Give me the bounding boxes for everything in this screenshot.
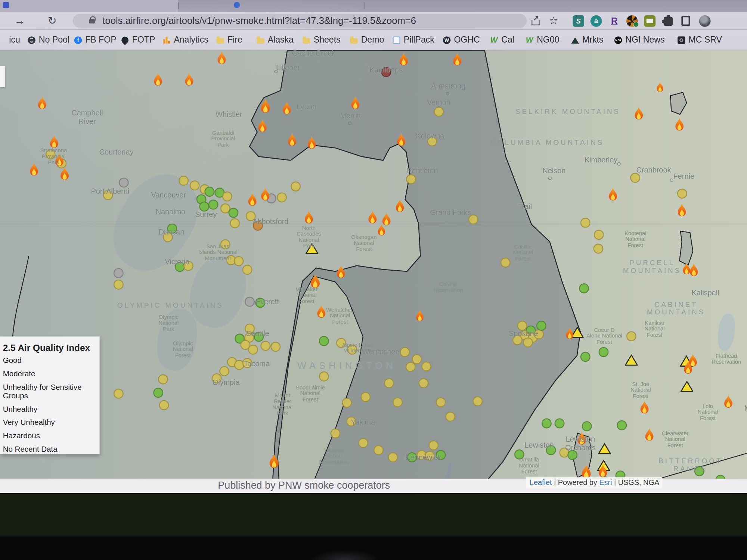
aqi-monitor-dot[interactable]	[514, 449, 524, 460]
bookmark-item[interactable]: FOTP	[121, 29, 155, 50]
aqi-monitor-dot[interactable]	[579, 283, 589, 293]
fire-marker[interactable]	[315, 304, 328, 320]
aqi-monitor-dot[interactable]	[245, 297, 255, 307]
aqi-monitor-dot[interactable]	[406, 362, 416, 372]
browser-tab-strip[interactable]	[0, 0, 747, 12]
aqi-monitor-dot[interactable]	[153, 388, 163, 398]
aqi-monitor-dot[interactable]	[208, 200, 218, 210]
aqi-monitor-dot[interactable]	[204, 187, 214, 197]
aqi-monitor-dot[interactable]	[222, 192, 232, 202]
aqi-monitor-dot[interactable]	[114, 389, 124, 399]
bookmark-item[interactable]: NG00	[526, 29, 560, 50]
fire-marker[interactable]	[394, 199, 406, 214]
fire-marker[interactable]	[607, 187, 619, 202]
aqi-monitor-dot[interactable]	[230, 218, 240, 228]
fire-marker[interactable]	[152, 72, 164, 87]
attribution-text[interactable]: Esri	[599, 478, 612, 486]
bookmark-item[interactable]: PillPack	[393, 29, 434, 50]
bookmark-item[interactable]: MC SRV	[678, 29, 722, 50]
aqi-monitor-dot[interactable]	[381, 67, 391, 77]
fire-marker[interactable]	[349, 96, 362, 111]
aqi-monitor-dot[interactable]	[677, 189, 687, 199]
aqi-monitor-dot[interactable]	[119, 178, 129, 188]
aqi-monitor-dot[interactable]	[242, 358, 252, 368]
smoke-polygon[interactable]	[679, 231, 693, 265]
aqi-monitor-dot[interactable]	[436, 450, 446, 460]
aqi-monitor-dot[interactable]	[626, 331, 636, 341]
active-tab[interactable]	[0, 0, 178, 12]
fire-marker[interactable]	[451, 52, 464, 67]
aqi-monitor-dot[interactable]	[567, 450, 577, 460]
aqi-monitor-dot[interactable]	[277, 192, 287, 202]
bookmark-item[interactable]: Demo	[350, 29, 384, 50]
fire-marker[interactable]	[676, 203, 688, 218]
ext-a-icon[interactable]	[591, 15, 602, 27]
ext-s-icon[interactable]	[573, 15, 584, 27]
fire-marker[interactable]	[28, 162, 40, 177]
bookmark-item[interactable]: Analytics	[163, 29, 208, 50]
aqi-monitor-dot[interactable]	[331, 428, 341, 438]
aqi-monitor-dot[interactable]	[500, 258, 511, 268]
aqi-monitor-dot[interactable]	[419, 378, 429, 388]
bookmark-item[interactable]: Alaska	[257, 29, 294, 50]
aqi-monitor-dot[interactable]	[254, 332, 264, 342]
fire-marker[interactable]	[258, 98, 272, 115]
aqi-monitor-dot[interactable]	[599, 347, 609, 357]
aqi-monitor-dot[interactable]	[163, 232, 173, 242]
fire-marker[interactable]	[633, 106, 645, 121]
aqi-monitor-dot[interactable]	[694, 466, 704, 476]
aqi-monitor-dot[interactable]	[421, 361, 431, 371]
bookmark-item[interactable]: No Pool	[28, 29, 69, 50]
warning-triangle-marker[interactable]	[598, 443, 611, 455]
fire-marker[interactable]	[395, 133, 407, 148]
aqi-monitor-dot[interactable]	[346, 416, 356, 426]
aqi-monitor-dot[interactable]	[220, 239, 230, 249]
aqi-monitor-dot[interactable]	[183, 261, 193, 271]
aqi-monitor-dot[interactable]	[234, 256, 244, 266]
aqi-monitor-dot[interactable]	[406, 174, 416, 184]
fire-marker[interactable]	[688, 263, 700, 278]
aqi-monitor-dot[interactable]	[580, 218, 591, 228]
map-side-handle[interactable]	[0, 66, 5, 87]
aqi-monitor-dot[interactable]	[542, 419, 552, 429]
aqi-monitor-dot[interactable]	[523, 337, 533, 348]
aqi-monitor-dot[interactable]	[319, 371, 329, 382]
url-text[interactable]: tools.airfire.org/airtools/v1/pnw-smoke.…	[102, 14, 416, 28]
address-bar[interactable]: tools.airfire.org/airtools/v1/pnw-smoke.…	[73, 14, 527, 28]
fire-marker[interactable]	[564, 327, 576, 340]
aqi-monitor-dot[interactable]	[428, 440, 438, 450]
aqi-monitor-dot[interactable]	[255, 298, 265, 308]
aqi-monitor-dot[interactable]	[358, 438, 368, 448]
fire-marker[interactable]	[303, 210, 315, 225]
aqi-monitor-dot[interactable]	[445, 412, 455, 422]
aqi-monitor-dot[interactable]	[248, 345, 258, 355]
fire-marker[interactable]	[414, 309, 425, 323]
bookmark-item[interactable]: icu	[6, 29, 20, 50]
aqi-monitor-dot[interactable]	[246, 211, 256, 221]
aqi-monitor-dot[interactable]	[291, 181, 301, 192]
aqi-monitor-dot[interactable]	[472, 396, 483, 407]
fire-marker[interactable]	[643, 427, 655, 443]
aqi-monitor-dot[interactable]	[388, 452, 398, 463]
bookmark-item[interactable]: Mrkts	[571, 29, 603, 50]
aqi-monitor-dot[interactable]	[360, 392, 371, 402]
fire-marker[interactable]	[576, 431, 588, 447]
aqi-monitor-dot[interactable]	[393, 397, 403, 407]
fire-marker[interactable]	[306, 136, 318, 151]
forward-button[interactable]: →	[12, 12, 28, 29]
aqi-monitor-dot[interactable]	[582, 421, 592, 431]
aqi-monitor-dot[interactable]	[347, 345, 357, 355]
aqi-monitor-dot[interactable]	[179, 176, 189, 186]
fire-marker[interactable]	[216, 51, 228, 66]
aqi-monitor-dot[interactable]	[336, 338, 346, 348]
fire-marker[interactable]	[256, 119, 269, 134]
fire-marker[interactable]	[335, 265, 347, 280]
aqi-monitor-dot[interactable]	[630, 173, 640, 183]
aqi-monitor-dot[interactable]	[546, 445, 556, 455]
ext-print-icon[interactable]	[644, 15, 655, 27]
bookmark-item[interactable]: OGHC	[443, 29, 480, 50]
warning-triangle-marker[interactable]	[306, 243, 319, 255]
aqi-monitor-dot[interactable]	[342, 398, 352, 408]
window-icon[interactable]	[681, 16, 690, 26]
aqi-monitor-dot[interactable]	[427, 136, 437, 146]
